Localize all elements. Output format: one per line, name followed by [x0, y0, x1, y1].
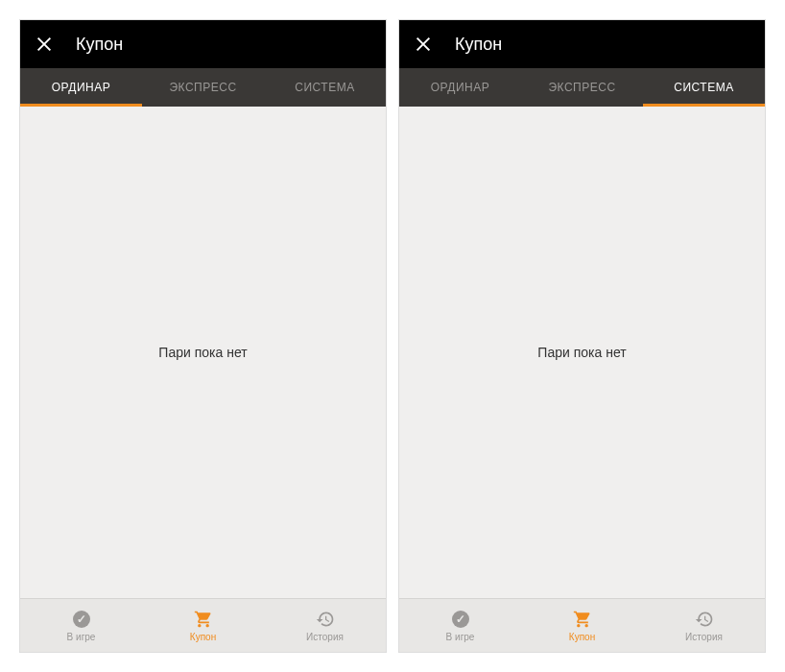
- tab-label: ЭКСПРЕСС: [169, 81, 236, 94]
- nav-item-history[interactable]: История: [264, 599, 386, 652]
- tab-label: ОРДИНАР: [52, 81, 110, 94]
- inplay-icon: [450, 609, 471, 630]
- header: Купон: [20, 20, 386, 68]
- inplay-icon: [71, 609, 92, 630]
- tab-single[interactable]: ОРДИНАР: [20, 68, 142, 107]
- nav-label: В игре: [446, 632, 475, 642]
- tab-label: ЭКСПРЕСС: [548, 81, 615, 94]
- history-icon: [694, 609, 715, 630]
- nav-item-inplay[interactable]: В игре: [399, 599, 521, 652]
- tab-express[interactable]: ЭКСПРЕСС: [142, 68, 264, 107]
- nav-item-inplay[interactable]: В игре: [20, 599, 142, 652]
- phone-screen-1: Купон ОРДИНАР ЭКСПРЕСС СИСТЕМА Пари пока…: [19, 19, 387, 653]
- tab-express[interactable]: ЭКСПРЕСС: [521, 68, 643, 107]
- cart-icon: [572, 609, 593, 630]
- tab-label: ОРДИНАР: [431, 81, 489, 94]
- nav-label: В игре: [67, 632, 96, 642]
- empty-message: Пари пока нет: [158, 345, 247, 360]
- nav-item-history[interactable]: История: [643, 599, 765, 652]
- close-icon[interactable]: [36, 36, 53, 53]
- tab-label: СИСТЕМА: [295, 81, 354, 94]
- history-icon: [315, 609, 336, 630]
- header-title: Купон: [455, 35, 502, 55]
- tabs: ОРДИНАР ЭКСПРЕСС СИСТЕМА: [20, 68, 386, 107]
- tab-system[interactable]: СИСТЕМА: [643, 68, 765, 107]
- nav-label: История: [306, 632, 344, 642]
- close-icon[interactable]: [415, 36, 432, 53]
- nav-label: История: [685, 632, 723, 642]
- tab-single[interactable]: ОРДИНАР: [399, 68, 521, 107]
- empty-message: Пари пока нет: [537, 345, 626, 360]
- bottom-nav: В игре Купон История: [399, 598, 765, 652]
- nav-item-coupon[interactable]: Купон: [521, 599, 643, 652]
- header-title: Купон: [76, 35, 123, 55]
- nav-label: Купон: [569, 632, 595, 642]
- tabs: ОРДИНАР ЭКСПРЕСС СИСТЕМА: [399, 68, 765, 107]
- cart-icon: [193, 609, 214, 630]
- bottom-nav: В игре Купон История: [20, 598, 386, 652]
- nav-label: Купон: [190, 632, 216, 642]
- phone-screen-2: Купон ОРДИНАР ЭКСПРЕСС СИСТЕМА Пари пока…: [398, 19, 766, 653]
- header: Купон: [399, 20, 765, 68]
- nav-item-coupon[interactable]: Купон: [142, 599, 264, 652]
- tab-label: СИСТЕМА: [674, 81, 733, 94]
- tab-system[interactable]: СИСТЕМА: [264, 68, 386, 107]
- content-area: Пари пока нет: [399, 107, 765, 598]
- content-area: Пари пока нет: [20, 107, 386, 598]
